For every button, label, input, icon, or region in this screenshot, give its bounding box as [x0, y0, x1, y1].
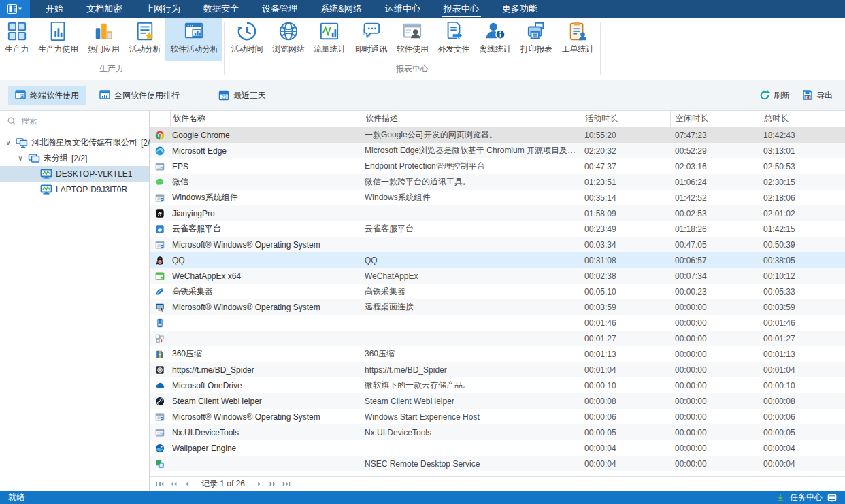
cell-desc-text: Microsoft Edge浏览器是微软基于 Chromium 开源项目及其他开…	[365, 145, 580, 156]
view-tab-1[interactable]: 全网软件使用排行	[93, 86, 186, 105]
cell-total: 02:50:53	[759, 158, 845, 174]
tree-item-3[interactable]: LAPTOP-D9J3IT0R	[0, 182, 149, 197]
cell-total-text: 00:01:46	[763, 318, 795, 328]
table-row[interactable]: Nx.UI.DeviceToolsNx.UI.DeviceTools00:00:…	[150, 424, 845, 440]
cell-total-text: 00:01:27	[763, 334, 795, 343]
tree-item-1[interactable]: ∨未分组[2/2]	[0, 150, 149, 166]
table-row[interactable]: Windows系统组件Windows系统组件00:35:1401:42:5202…	[150, 190, 845, 205]
wechat-icon	[155, 178, 165, 187]
cell-name-text: Windows系统组件	[172, 192, 238, 203]
ribbon-button-0-1[interactable]: 生产力使用	[33, 18, 83, 61]
jianying-icon	[155, 209, 165, 218]
monitor-status-icon[interactable]	[827, 493, 837, 503]
ribbon-button-1-3[interactable]: 即时通讯	[350, 18, 392, 61]
refresh-button[interactable]: 刷新	[759, 90, 790, 101]
table-row[interactable]: JianyingPro01:58:0900:02:5302:01:02	[150, 205, 845, 221]
ribbon-button-1-2[interactable]: 流量统计	[309, 18, 350, 61]
ribbon-button-0-2[interactable]: 热门应用	[83, 18, 125, 61]
ribbon-button-label: 软件使用	[397, 44, 429, 55]
menu-item-4[interactable]: 设备管理	[250, 0, 309, 18]
view-tab-0[interactable]: 终端软件使用	[8, 86, 86, 105]
ribbon-button-0-4[interactable]: 软件活动分析	[165, 18, 222, 61]
table-row[interactable]: Microsoft® Windows® Operating System00:0…	[150, 237, 845, 252]
table-row[interactable]: 360压缩360压缩00:01:1300:00:0000:01:13	[150, 346, 845, 362]
cell-total-text: 00:01:13	[763, 350, 795, 359]
menu-item-1[interactable]: 文档加密	[75, 0, 133, 18]
search-input[interactable]	[21, 116, 130, 126]
menu-item-2[interactable]: 上网行为	[133, 0, 192, 18]
ribbon-button-0-3[interactable]: 活动分析	[124, 18, 165, 61]
table-row[interactable]: https://t.me/BD_Spiderhttps://t.me/BD_Sp…	[150, 362, 845, 377]
ribbon-button-1-7[interactable]: 打印报表	[516, 18, 557, 61]
cell-active-text: 00:01:04	[584, 365, 616, 375]
cell-desc	[361, 205, 580, 221]
table-row[interactable]: 00:01:4600:00:0000:01:46	[150, 315, 845, 331]
table-row[interactable]: 微信微信一款跨平台的通讯工具。01:23:5101:06:2402:30:15	[150, 174, 845, 190]
cell-active-text: 01:58:09	[584, 209, 616, 218]
page-first-button[interactable]	[154, 480, 166, 489]
page-last-button[interactable]	[280, 480, 293, 489]
cell-desc: NSEC Remote Desktop Service	[361, 456, 580, 471]
menu-item-3[interactable]: 数据安全	[192, 0, 250, 18]
date-filter-button[interactable]: 23 最近三天	[212, 86, 273, 105]
table-row[interactable]: WeChatAppEx x64WeChatAppEx00:02:3800:07:…	[150, 268, 845, 284]
table-row[interactable]: QQQQ00:31:0800:06:5700:38:05	[150, 252, 845, 268]
table-row[interactable]: Microsoft® Windows® Operating SystemWind…	[150, 409, 845, 424]
table-row[interactable]: NSEC Remote Desktop Service00:00:0400:00…	[150, 456, 845, 471]
view-toolbar: 终端软件使用全网软件使用排行 23 最近三天 刷新 导出	[0, 80, 845, 110]
table-row[interactable]: Microsoft® Windows® Operating System远程桌面…	[150, 299, 845, 315]
cell-idle-text: 00:47:05	[675, 240, 707, 250]
view-tabs: 终端软件使用全网软件使用排行	[8, 86, 186, 105]
status-right: 任务中心	[776, 492, 837, 503]
tree-item-2[interactable]: DESKTOP-VLKTLE1	[0, 166, 149, 182]
page-prev-button[interactable]	[181, 480, 193, 489]
tree-item-0[interactable]: ∨河北瀚星辰文化传媒有限公司[2/2]	[0, 135, 149, 150]
table-row[interactable]: 高铁采集器高铁采集器00:05:1000:00:2300:05:33	[150, 284, 845, 299]
table-row[interactable]: 00:01:2700:00:0000:01:27	[150, 331, 845, 346]
cell-idle: 07:47:23	[670, 127, 759, 143]
app-menu-button[interactable]	[0, 0, 30, 18]
ribbon-button-1-0[interactable]: 活动时间	[226, 18, 267, 61]
column-header-1[interactable]: 软件描述	[361, 111, 580, 127]
table-row[interactable]: Steam Client WebHelperSteam Client WebHe…	[150, 393, 845, 409]
task-center-button[interactable]: 任务中心	[790, 492, 823, 503]
page-next-button[interactable]	[253, 480, 265, 489]
menu-item-7[interactable]: 报表中心	[432, 0, 491, 18]
ribbon-button-1-1[interactable]: 浏览网站	[267, 18, 309, 61]
cell-active-text: 00:01:46	[584, 318, 616, 328]
chevron-down-icon[interactable]: ∨	[16, 154, 24, 163]
page-fast-forward-button[interactable]	[267, 480, 279, 489]
table-row[interactable]: 云雀客服平台云雀客服平台00:23:4901:18:2601:42:15	[150, 221, 845, 237]
cell-total-text: 00:10:12	[763, 271, 795, 281]
cell-desc-text: 一款Google公司开发的网页浏览器。	[365, 129, 497, 141]
table-row[interactable]: EPSEndpoint Protection管理控制平台00:47:3702:0…	[150, 158, 845, 174]
ribbon-button-1-5[interactable]: 外发文件	[433, 18, 475, 61]
page-fast-back-button[interactable]	[167, 480, 180, 489]
plus-widget-icon	[155, 334, 165, 343]
pagination-bar: 记录 1 of 26	[150, 476, 845, 491]
table-row[interactable]: Microsoft EdgeMicrosoft Edge浏览器是微软基于 Chr…	[150, 143, 845, 158]
column-header-0[interactable]: 软件名称	[170, 111, 361, 127]
menu-item-6[interactable]: 运维中心	[374, 0, 432, 18]
ribbon-button-0-0[interactable]: 生产力	[0, 18, 33, 61]
column-header-4[interactable]: 总时长	[759, 111, 845, 127]
table-row[interactable]: Microsoft OneDrive微软旗下的一款云存储产品。00:00:100…	[150, 377, 845, 393]
table-row[interactable]: Google Chrome一款Google公司开发的网页浏览器。10:55:20…	[150, 127, 845, 143]
menu-item-5[interactable]: 系统&网络	[309, 0, 374, 18]
cell-app-icon	[150, 393, 170, 409]
table-row[interactable]: Wallpaper Engine00:00:0400:00:0000:00:04	[150, 440, 845, 456]
chevron-down-icon[interactable]: ∨	[4, 139, 12, 147]
ribbon-button-1-4[interactable]: 软件使用	[392, 18, 433, 61]
ribbon-button-1-8[interactable]: 工单统计	[557, 18, 599, 61]
cell-active-text: 01:23:51	[584, 178, 616, 187]
gaotie-icon	[155, 287, 165, 297]
search-box[interactable]	[0, 111, 149, 131]
export-button[interactable]: 导出	[802, 90, 833, 101]
column-header-3[interactable]: 空闲时长	[670, 111, 759, 127]
cell-name: https://t.me/BD_Spider	[170, 362, 361, 377]
menu-item-8[interactable]: 更多功能	[491, 0, 549, 18]
menu-item-0[interactable]: 开始	[34, 0, 75, 18]
cell-desc: Steam Client WebHelper	[361, 393, 580, 409]
column-header-2[interactable]: 活动时长	[580, 111, 670, 127]
ribbon-button-1-6[interactable]: 离线统计	[474, 18, 516, 61]
